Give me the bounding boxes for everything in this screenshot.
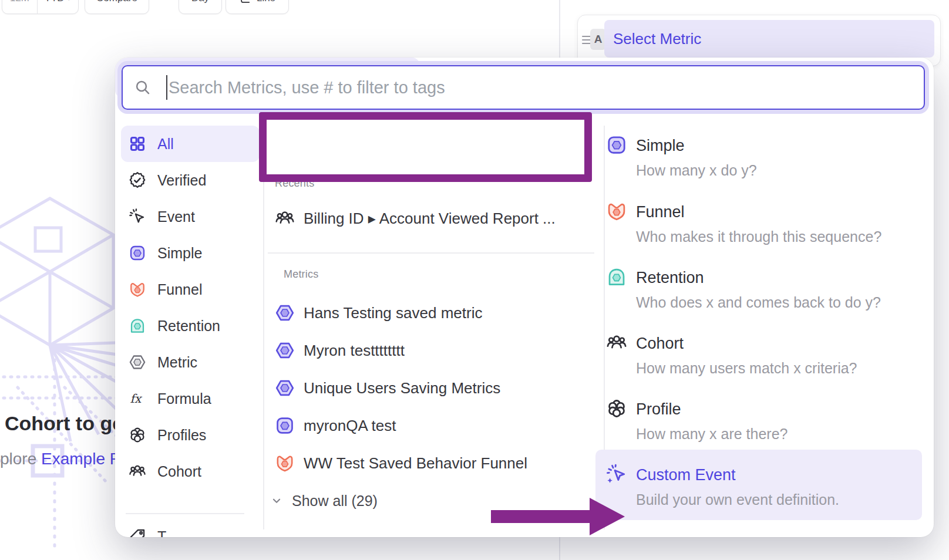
recent-item-label: Billing ID ▸ Account Viewed Report ... [304, 210, 556, 228]
sidebar-item-label: Profiles [157, 427, 206, 444]
metric-type-description: How many x do y? [636, 161, 757, 179]
metric-type-name: Simple [636, 136, 757, 156]
funnel-icon [606, 201, 627, 222]
simple-icon [129, 244, 146, 262]
profiles-icon [129, 426, 146, 444]
sidebar-overflow-label: T [157, 528, 166, 538]
sidebar-item-formula[interactable]: fxFormula [121, 380, 260, 417]
range-ytd-button[interactable]: YTD ▾ [37, 0, 78, 14]
sidebar-item-metric[interactable]: Metric [121, 344, 260, 380]
chevron-down-icon: ▾ [67, 0, 70, 2]
sidebar-item-event[interactable]: Event [121, 198, 260, 235]
metric-item[interactable]: Myron testttttttt [268, 332, 594, 369]
event-icon [129, 208, 146, 225]
saved-metric-icon [275, 303, 295, 323]
funnel-icon [275, 453, 295, 473]
recents-metrics-divider [268, 252, 594, 254]
metric-type-funnel[interactable]: Funnel Who makes it through this sequenc… [595, 202, 922, 245]
funnel-icon [129, 281, 146, 298]
metric-type-retention[interactable]: Retention Who does x and comes back to d… [595, 268, 922, 311]
explore-text-fragment: plore [0, 450, 36, 468]
show-all-toggle[interactable]: Show all (29) [270, 489, 378, 512]
metric-item[interactable]: WW Test Saved Behavior Funnel [268, 444, 594, 482]
tag-icon [129, 528, 146, 537]
range-12m-button[interactable]: 12M [3, 0, 37, 14]
cohort-icon [129, 463, 146, 480]
search-input[interactable] [123, 66, 924, 109]
cohort-icon [275, 208, 295, 228]
compare-button[interactable]: Compare [85, 0, 149, 14]
metric-item[interactable]: myronQA test [268, 407, 594, 444]
grid-icon [129, 135, 146, 153]
sidebar-item-label: Metric [157, 354, 197, 371]
metric-type-simple[interactable]: Simple How many x do y? [595, 136, 922, 179]
metric-item-label: myronQA test [304, 417, 396, 435]
metric-type-cohort[interactable]: Cohort How many users match x criteria? [595, 333, 922, 377]
recents-section-header: Recents [275, 177, 314, 190]
formula-icon: fx [129, 390, 146, 407]
metric-item[interactable]: Unique Users Saving Metrics [268, 369, 594, 407]
metric-type-description: Who makes it through this sequence? [636, 228, 881, 245]
metric-item-label: Myron testttttttt [304, 342, 405, 360]
series-a-badge: A [590, 29, 606, 50]
sidebar-item-profiles[interactable]: Profiles [121, 417, 260, 453]
metric-selector-modal: AllVerifiedEventSimpleFunnelRetentionMet… [115, 58, 934, 537]
metric-item[interactable]: Hans Testing saved metric [268, 294, 594, 332]
sidebar-item-retention[interactable]: Retention [121, 308, 260, 344]
metric-type-name: Custom Event [636, 465, 839, 485]
metric-type-name: Cohort [636, 333, 857, 353]
sidebar-item-verified[interactable]: Verified [121, 162, 260, 198]
custom-event-icon [606, 464, 627, 485]
sidebar-item-label: All [157, 136, 174, 153]
sidebar-item-label: Cohort [157, 463, 201, 480]
sidebar-item-tags-clipped[interactable]: T [121, 525, 267, 537]
metric-icon [129, 353, 146, 371]
metric-item-label: Hans Testing saved metric [304, 304, 482, 322]
metric-type-name: Profile [636, 399, 788, 419]
chevron-down-icon [270, 494, 283, 507]
metric-type-name: Retention [636, 268, 881, 288]
metric-type-profile[interactable]: Profile How many x are there? [595, 399, 922, 443]
sidebar-item-funnel[interactable]: Funnel [121, 271, 260, 308]
simple-icon [606, 134, 627, 156]
sidebar-column-divider [263, 126, 264, 529]
date-range-segmented-control[interactable]: 12M YTD ▾ [2, 0, 79, 14]
sidebar-item-label: Formula [157, 390, 211, 407]
verified-icon [129, 171, 146, 189]
granularity-day-button[interactable]: Day [179, 0, 222, 14]
recents-list: Billing ID ▸ Account Viewed Report ... [268, 205, 594, 232]
sidebar-item-all[interactable]: All [121, 126, 260, 162]
metrics-section-header: Metrics [284, 268, 318, 281]
sidebar-item-label: Simple [157, 245, 202, 262]
sidebar-item-label: Verified [157, 172, 206, 189]
sidebar-item-cohort[interactable]: Cohort [121, 453, 260, 490]
metric-type-description: Build your own event definition. [636, 491, 839, 508]
svg-text:fx: fx [130, 392, 143, 406]
simple-icon [275, 416, 295, 436]
chart-type-line-button[interactable]: Line [226, 0, 289, 14]
metric-type-description: How many x are there? [636, 425, 788, 443]
example-reports-link[interactable]: Example R [41, 450, 122, 468]
sidebar-item-label: Retention [157, 318, 220, 335]
select-metric-button[interactable]: Select Metric [604, 20, 934, 58]
metric-type-description: Who does x and comes back to do y? [636, 294, 881, 311]
recent-item[interactable]: Billing ID ▸ Account Viewed Report ... [268, 205, 594, 232]
sidebar-divider [126, 513, 244, 514]
retention-icon [606, 266, 627, 288]
saved-metric-icon [275, 340, 295, 360]
sidebar-item-simple[interactable]: Simple [121, 235, 260, 271]
sidebar-item-label: Funnel [157, 281, 202, 298]
category-sidebar: AllVerifiedEventSimpleFunnelRetentionMet… [121, 126, 260, 490]
empty-state-headline-fragment: Cohort to ge [5, 412, 123, 435]
metric-item-label: WW Test Saved Behavior Funnel [304, 454, 527, 473]
cohort-icon [606, 332, 627, 353]
metric-type-description: How many users match x criteria? [636, 359, 857, 377]
sidebar-item-label: Event [157, 208, 195, 225]
profiles-icon [606, 398, 627, 419]
search-box [122, 65, 925, 110]
retention-icon [129, 317, 146, 335]
metric-type-custom-event[interactable]: Custom Event Build your own event defini… [595, 450, 922, 520]
metrics-list: Hans Testing saved metricMyron testttttt… [268, 294, 594, 482]
line-chart-icon [239, 0, 252, 5]
show-all-label: Show all (29) [292, 492, 378, 510]
